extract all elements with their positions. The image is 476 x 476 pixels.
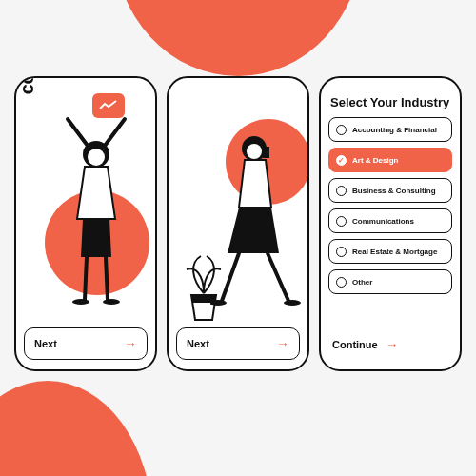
svg-point-8 (284, 300, 301, 306)
industry-option-other[interactable]: Other (328, 269, 452, 294)
industry-option-communications[interactable]: Communications (328, 208, 452, 233)
svg-point-3 (103, 299, 120, 305)
option-label: Art & Design (352, 156, 398, 165)
radio-icon (336, 216, 347, 227)
option-label: Communications (352, 217, 414, 226)
radio-icon (336, 277, 347, 288)
chart-icon (99, 100, 118, 111)
svg-rect-6 (263, 147, 269, 158)
phone-screen-organize: organize Next → (167, 76, 309, 371)
industry-option-business[interactable]: Business & Consulting (328, 178, 452, 203)
radio-icon (336, 186, 347, 196)
phone-screen-select-industry: Select Your Industry Accounting & Financ… (319, 76, 462, 371)
next-button[interactable]: Next → (24, 327, 148, 360)
continue-button[interactable]: Continue → (328, 329, 452, 360)
illustration-area (24, 86, 148, 322)
arrow-right-icon: → (124, 336, 137, 351)
woman-walking-illustration (210, 129, 306, 310)
industry-option-art-design[interactable]: ✓ Art & Design (328, 148, 452, 172)
arrow-right-icon: → (276, 336, 289, 351)
background-shape-bottom (0, 381, 152, 476)
background-shape-top (114, 0, 362, 76)
radio-icon (336, 125, 347, 135)
svg-point-5 (247, 144, 262, 159)
option-label: Other (352, 278, 372, 287)
svg-point-7 (210, 300, 227, 306)
option-label: Business & Consulting (352, 187, 436, 195)
svg-point-1 (88, 149, 105, 166)
next-button[interactable]: Next → (176, 327, 300, 360)
page-title: Select Your Industry (330, 95, 450, 109)
woman-arms-up-illustration (49, 114, 144, 305)
arrow-right-icon: → (386, 337, 399, 352)
radio-icon (336, 247, 347, 257)
radio-checked-icon: ✓ (336, 155, 347, 166)
continue-button-label: Continue (332, 339, 378, 350)
illustration-area (176, 86, 300, 322)
phone-screen-collaborate: collaborate Next → (14, 76, 157, 371)
option-label: Real Estate & Mortgage (352, 248, 437, 256)
industry-option-real-estate[interactable]: Real Estate & Mortgage (328, 239, 452, 264)
phone-row: collaborate Next → (0, 76, 476, 371)
option-label: Accounting & Financial (352, 126, 437, 134)
svg-point-2 (72, 299, 89, 305)
industry-option-accounting[interactable]: Accounting & Financial (328, 117, 452, 142)
next-button-label: Next (34, 338, 57, 349)
next-button-label: Next (187, 338, 209, 349)
